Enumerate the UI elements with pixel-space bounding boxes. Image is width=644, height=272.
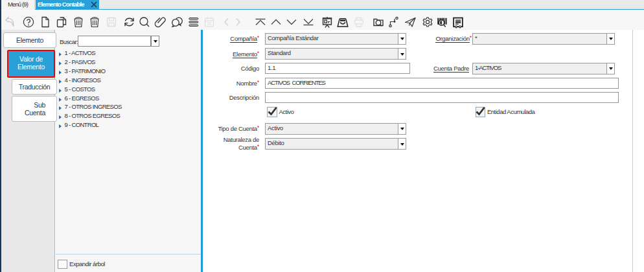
svg-text:31: 31	[207, 21, 212, 26]
